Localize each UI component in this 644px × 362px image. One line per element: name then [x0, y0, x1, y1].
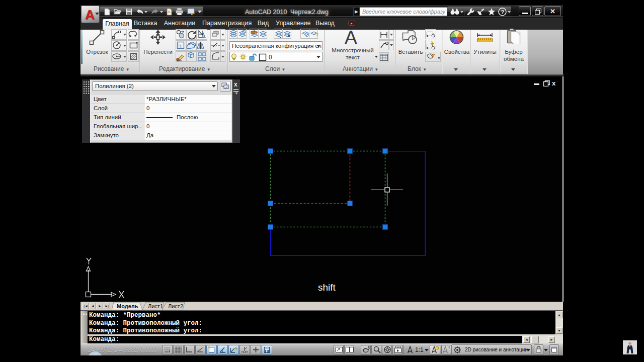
svg-text:Модель: Модель [117, 303, 138, 309]
svg-text:Лист1: Лист1 [148, 303, 163, 309]
svg-text:0: 0 [269, 54, 272, 61]
svg-text:Лист2: Лист2 [168, 303, 183, 309]
svg-text:?: ? [501, 9, 505, 15]
